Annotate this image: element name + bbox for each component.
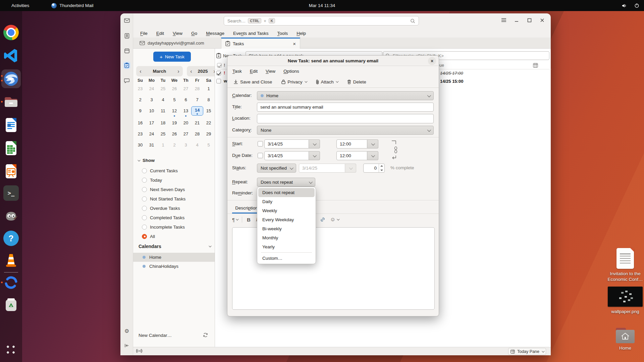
repeat-select[interactable]: Does not repeat: [257, 178, 315, 187]
insert-emoji-button[interactable]: ☺: [330, 217, 339, 223]
repeat-menu-option[interactable]: Weekly: [258, 206, 315, 215]
percent-complete-value[interactable]: 0: [364, 164, 379, 172]
filter-radio-option[interactable]: Today: [133, 175, 215, 185]
start-enabled-checkbox[interactable]: [258, 141, 263, 146]
calendar-day[interactable]: 28: [192, 131, 203, 137]
calendars-section-header[interactable]: Calendars: [139, 244, 211, 249]
calendar-day[interactable]: 26: [169, 131, 180, 137]
calendar-day[interactable]: 9: [135, 108, 146, 114]
percent-complete-spinner[interactable]: 0: [363, 164, 385, 173]
maximize-button[interactable]: [525, 16, 533, 24]
due-date-value[interactable]: 3/14/25: [264, 151, 309, 160]
calendar-day[interactable]: 2: [135, 97, 146, 103]
calendar-day[interactable]: 14: [192, 107, 203, 115]
tab-tasks[interactable]: Tasks ×: [221, 38, 300, 49]
calendar-day[interactable]: 20: [180, 120, 192, 126]
repeat-menu-option[interactable]: Monthly: [258, 233, 315, 242]
space-calendar-icon[interactable]: [123, 47, 130, 54]
calendar-day[interactable]: 3: [146, 97, 157, 103]
calendar-day[interactable]: 13: [180, 108, 192, 114]
space-mail-icon[interactable]: [123, 17, 130, 24]
calendar-day[interactable]: 11: [157, 108, 169, 114]
calendar-day[interactable]: 18: [157, 120, 169, 126]
calendar-day[interactable]: 24: [146, 85, 157, 92]
today-pane-toggle[interactable]: Today Pane: [508, 348, 546, 355]
close-tab-icon[interactable]: ×: [293, 41, 296, 47]
calendar-day[interactable]: 24: [146, 131, 157, 137]
new-task-button[interactable]: + New Task: [153, 52, 191, 62]
calendar-day[interactable]: 4: [157, 97, 169, 103]
due-date-combo[interactable]: 3/14/25: [264, 151, 320, 160]
due-enabled-checkbox[interactable]: [258, 153, 263, 158]
start-date-dropdown-button[interactable]: [309, 139, 320, 148]
sync-calendars-icon[interactable]: [203, 333, 208, 339]
dock-item-writer[interactable]: [3, 117, 19, 133]
tab-mail-account[interactable]: daydayhappyvivi@gmail.com: [136, 38, 219, 49]
filter-radio-option[interactable]: Next Seven Days: [133, 185, 215, 194]
calendar-day[interactable]: 27: [180, 85, 192, 92]
dock-item-impress[interactable]: [3, 164, 19, 179]
start-date-combo[interactable]: 3/14/25: [264, 139, 320, 148]
menubar-item[interactable]: Edit: [156, 31, 164, 36]
dock-item-trash[interactable]: [3, 297, 19, 312]
repeat-menu-option[interactable]: Every Weekday: [258, 215, 315, 224]
calendar-day[interactable]: 25: [157, 131, 169, 137]
task-completed-checkbox[interactable]: [216, 71, 221, 75]
calendar-day[interactable]: 17: [146, 120, 157, 126]
status-select[interactable]: Not specified: [257, 164, 296, 173]
save-and-close-button[interactable]: Save and Close: [233, 79, 272, 84]
calendar-day[interactable]: 5: [169, 97, 180, 103]
filter-radio-option[interactable]: Current Tasks: [133, 166, 215, 175]
calendar-list-item[interactable]: Home: [133, 253, 215, 262]
calendar-day[interactable]: 10: [146, 108, 157, 114]
menubar-item[interactable]: Go: [191, 31, 197, 36]
calendar-day[interactable]: 8: [203, 97, 214, 103]
calendar-day[interactable]: 6: [180, 97, 192, 103]
dialog-menu-item[interactable]: Options: [283, 69, 299, 74]
calendar-select[interactable]: Home: [257, 91, 434, 100]
calendar-day[interactable]: 23: [135, 131, 146, 137]
bold-button[interactable]: B: [247, 217, 251, 223]
repeat-menu-option[interactable]: Bi-weekly: [258, 224, 315, 233]
calendar-list-item[interactable]: ChinaHolidays: [133, 262, 215, 271]
due-time-value[interactable]: 12:00: [336, 151, 367, 160]
calendar-day[interactable]: 26: [169, 85, 180, 92]
dock-item-software-updater[interactable]: [3, 275, 19, 290]
next-year-button[interactable]: ›: [210, 68, 215, 74]
app-indicator[interactable]: Thunderbird Mail: [51, 3, 93, 8]
calendar-day[interactable]: 22: [203, 120, 214, 126]
menubar-item[interactable]: File: [140, 31, 148, 36]
menubar-item[interactable]: Help: [297, 31, 306, 36]
space-chat-icon[interactable]: [123, 77, 130, 84]
dock-item-terminal[interactable]: >_: [3, 185, 19, 201]
space-addressbook-icon[interactable]: [123, 32, 130, 40]
calendar-day[interactable]: 7: [192, 97, 203, 103]
calendar-day[interactable]: 25: [157, 85, 169, 92]
calendar-day[interactable]: 16: [135, 120, 146, 126]
dock-item-help[interactable]: ?: [3, 231, 19, 246]
dock-item-vscode[interactable]: [3, 48, 19, 63]
calendar-day[interactable]: 1: [203, 85, 214, 92]
paragraph-style-button[interactable]: ¶: [232, 217, 238, 223]
desktop-icon-invitation[interactable]: Invitation to the Economic Conf…: [603, 248, 644, 282]
start-time-combo[interactable]: 12:00: [336, 139, 378, 148]
dock-item-app-grid[interactable]: [3, 342, 19, 358]
new-calendar-button[interactable]: New Calendar…: [139, 333, 172, 338]
dock-item-gimp[interactable]: [3, 208, 19, 223]
dialog-menu-item[interactable]: Edit: [250, 69, 258, 74]
start-time-value[interactable]: 12:00: [336, 139, 367, 148]
space-tasks-icon[interactable]: [123, 62, 130, 69]
calendar-day[interactable]: 23: [135, 85, 146, 92]
close-window-button[interactable]: [538, 16, 546, 24]
spinner-buttons[interactable]: [379, 164, 384, 172]
spin-up-icon[interactable]: [379, 164, 384, 168]
online-status-icon[interactable]: [136, 349, 142, 353]
repeat-menu-option-custom[interactable]: Custom…: [258, 254, 315, 263]
desktop-icon-home[interactable]: Home: [603, 328, 644, 351]
repeat-menu-option[interactable]: Does not repeat: [258, 188, 315, 197]
due-time-dropdown-button[interactable]: [367, 151, 378, 160]
calendar-day[interactable]: 1: [157, 142, 169, 148]
insert-link-icon[interactable]: [320, 217, 325, 222]
calendar-day[interactable]: 28: [192, 85, 203, 92]
column-picker-icon[interactable]: [533, 63, 538, 68]
